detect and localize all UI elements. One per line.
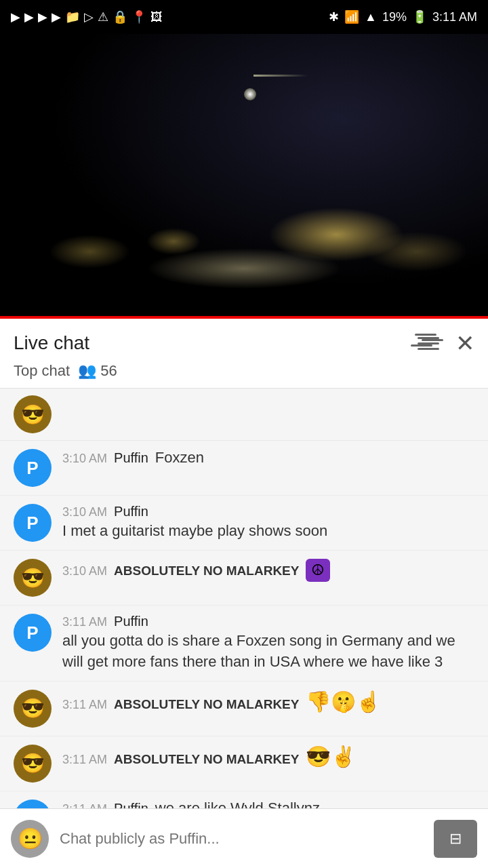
- message-text: Foxzen: [155, 449, 204, 467]
- message-user: Puffin: [114, 504, 148, 519]
- avatar-letter: P: [26, 458, 38, 479]
- message-user: ABSOLUTELY NO MALARKEY: [114, 564, 299, 578]
- avatar: 😎: [14, 745, 52, 783]
- video-content: [0, 34, 488, 316]
- message-meta: 3:10 AM ABSOLUTELY NO MALARKEY ☮: [62, 559, 474, 582]
- list-item: 😎 3:11 AM ABSOLUTELY NO MALARKEY 👎🤫☝: [0, 682, 488, 736]
- emoji-block: ☮: [306, 559, 330, 582]
- message-user: ABSOLUTELY NO MALARKEY: [114, 752, 299, 767]
- battery-icon: 🔋: [412, 9, 427, 24]
- avatar-letter: P: [26, 513, 38, 534]
- app-icon-2: ▶: [24, 9, 34, 24]
- list-item: P 3:11 AM Puffin all you gotta do is sha…: [0, 606, 488, 682]
- send-button[interactable]: ⊟: [434, 820, 477, 858]
- message-meta: 3:11 AM Puffin: [62, 614, 474, 629]
- emoji-picker-button[interactable]: 😐: [11, 820, 49, 858]
- header-top-row: Live chat ✕: [14, 330, 474, 357]
- avatar: P: [14, 449, 52, 487]
- top-chat-label: Top chat: [14, 362, 70, 380]
- avatar-face: 😎: [21, 697, 45, 719]
- close-button[interactable]: ✕: [455, 330, 474, 357]
- battery-percent: 19%: [382, 10, 407, 24]
- list-item: P 3:10 AM Puffin I met a guitarist maybe…: [0, 496, 488, 551]
- list-item: 😎 3:10 AM ABSOLUTELY NO MALARKEY ☮: [0, 551, 488, 606]
- message-meta: 3:10 AM Puffin Foxzen: [62, 449, 474, 467]
- message-time: 3:11 AM: [62, 698, 107, 712]
- filter-button[interactable]: [418, 337, 439, 350]
- message-content: 3:11 AM ABSOLUTELY NO MALARKEY 👎🤫☝: [62, 690, 474, 715]
- avatar: P: [14, 614, 52, 652]
- app-icon-1: ▶: [11, 9, 20, 24]
- send-icon: ⊟: [449, 830, 462, 848]
- horizon-glow: [146, 248, 342, 289]
- message-time: 3:11 AM: [62, 615, 107, 629]
- viewer-icon: 👥: [78, 362, 96, 380]
- message-content: 3:11 AM ABSOLUTELY NO MALARKEY 😎✌: [62, 745, 474, 770]
- message-user: Puffin: [114, 450, 148, 466]
- message-emoji: 👎🤫☝: [306, 690, 381, 713]
- message-content: 3:10 AM Puffin I met a guitarist maybe p…: [62, 504, 474, 542]
- list-item: P 3:10 AM Puffin Foxzen: [0, 441, 488, 496]
- app-icon-3: ▶: [38, 9, 47, 24]
- avatar-face: 😎: [21, 752, 45, 774]
- folder-icon: 📁: [65, 9, 80, 24]
- bluetooth-icon: ✱: [329, 9, 339, 24]
- message-user: ABSOLUTELY NO MALARKEY: [114, 697, 299, 712]
- status-icons-left: ▶ ▶ ▶ ▶ 📁 ▷ ⚠ 🔒 📍 🖼: [11, 9, 163, 24]
- chat-messages-area: 😎 P 3:10 AM Puffin Foxzen P 3:10 AM Puff…: [0, 389, 488, 868]
- app-icon-4: ▶: [52, 9, 61, 24]
- alert-icon: ⚠: [98, 9, 108, 24]
- header-actions: ✕: [418, 330, 474, 357]
- avatar-letter: P: [26, 623, 38, 644]
- message-time: 3:10 AM: [62, 505, 107, 519]
- emoji-icon: 😐: [18, 827, 43, 850]
- media-icon: ▷: [84, 9, 94, 24]
- wifi-icon: 📶: [344, 9, 359, 24]
- message-emoji: 😎✌: [306, 745, 356, 768]
- status-bar: ▶ ▶ ▶ ▶ 📁 ▷ ⚠ 🔒 📍 🖼 ✱ 📶 ▲ 19% 🔋 3:11 AM: [0, 0, 488, 34]
- top-chat-row: Top chat 👥 56: [14, 362, 474, 388]
- message-time: 3:10 AM: [62, 452, 107, 466]
- viewer-number: 56: [100, 362, 117, 380]
- partial-chat-row: 😎: [0, 389, 488, 441]
- message-meta: 3:11 AM ABSOLUTELY NO MALARKEY 👎🤫☝: [62, 690, 474, 713]
- avatar: 😎: [14, 395, 52, 433]
- chat-input-bar: 😐 ⊟: [0, 808, 488, 868]
- list-item: 😎 3:11 AM ABSOLUTELY NO MALARKEY 😎✌: [0, 736, 488, 791]
- signal-icon: ▲: [365, 10, 377, 24]
- location-icon: 📍: [131, 9, 146, 24]
- message-time: 3:11 AM: [62, 753, 107, 767]
- live-chat-title: Live chat: [14, 332, 89, 354]
- message-meta: 3:11 AM ABSOLUTELY NO MALARKEY 😎✌: [62, 745, 474, 768]
- avatar: 😎: [14, 559, 52, 597]
- video-player[interactable]: [0, 34, 488, 319]
- lock-icon: 🔒: [113, 9, 127, 24]
- avatar-face: 😎: [21, 403, 45, 426]
- message-user: Puffin: [114, 614, 148, 629]
- avatar: 😎: [14, 690, 52, 728]
- message-content: 3:10 AM ABSOLUTELY NO MALARKEY ☮: [62, 559, 474, 583]
- live-chat-header: Live chat ✕ Top chat 👥 56: [0, 319, 488, 389]
- image-icon: 🖼: [150, 10, 163, 24]
- message-meta: 3:10 AM Puffin: [62, 504, 474, 519]
- status-icons-right: ✱ 📶 ▲ 19% 🔋 3:11 AM: [329, 9, 477, 24]
- message-text: all you gotta do is share a Foxzen song …: [62, 631, 474, 673]
- light-streak: [253, 75, 308, 77]
- message-time: 3:10 AM: [62, 564, 107, 578]
- time: 3:11 AM: [432, 10, 477, 24]
- light-spot: [244, 88, 256, 100]
- message-content: 3:11 AM Puffin all you gotta do is share…: [62, 614, 474, 673]
- avatar: P: [14, 504, 52, 542]
- message-text: I met a guitarist maybe play shows soon: [62, 521, 474, 542]
- avatar-face: 😎: [21, 567, 45, 589]
- message-content: 3:10 AM Puffin Foxzen: [62, 449, 474, 468]
- chat-input[interactable]: [60, 830, 423, 848]
- viewer-count: 👥 56: [78, 362, 117, 380]
